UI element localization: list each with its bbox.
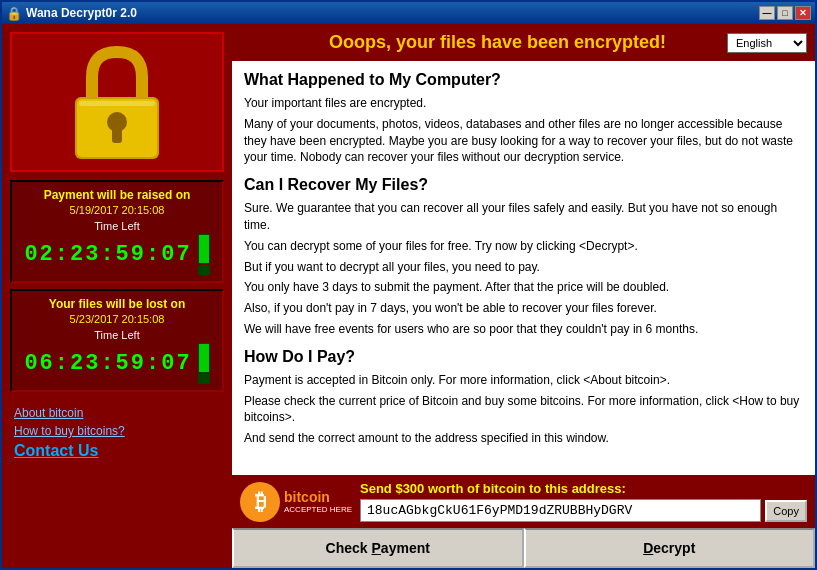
section2-p5: Also, if you don't pay in 7 days, you wo… bbox=[244, 300, 803, 317]
section2-p3: But if you want to decrypt all your file… bbox=[244, 259, 803, 276]
titlebar-left: 🔒 Wana Decrypt0r 2.0 bbox=[6, 6, 137, 21]
svg-rect-4 bbox=[79, 101, 155, 106]
bitcoin-sub: ACCEPTED HERE bbox=[284, 505, 352, 514]
bottom-buttons: Check Payment Decrypt bbox=[232, 528, 815, 568]
bitcoin-address-row: 18ucAGbkgCkU61F6yPMD19dZRUBBHyDGRV Copy bbox=[360, 499, 807, 522]
timer2-bar bbox=[198, 343, 210, 384]
timer2-countdown-row: 06:23:59:07 bbox=[18, 343, 216, 384]
timer-lost: Your files will be lost on 5/23/2017 20:… bbox=[10, 289, 224, 392]
titlebar: 🔒 Wana Decrypt0r 2.0 — □ ✕ bbox=[2, 2, 815, 24]
timer2-countdown: 06:23:59:07 bbox=[24, 351, 191, 376]
padlock-area bbox=[10, 32, 224, 172]
copy-button[interactable]: Copy bbox=[765, 500, 807, 522]
timer1-countdown-row: 02:23:59:07 bbox=[18, 234, 216, 275]
timer2-time-left-label: Time Left bbox=[18, 329, 216, 341]
bitcoin-logo: ₿ bitcoin ACCEPTED HERE bbox=[240, 482, 352, 522]
bitcoin-area: ₿ bitcoin ACCEPTED HERE Send $300 worth … bbox=[232, 475, 815, 528]
window-title: Wana Decrypt0r 2.0 bbox=[26, 6, 137, 20]
timer2-label: Your files will be lost on bbox=[18, 297, 216, 311]
section3-p3: And send the correct amount to the addre… bbox=[244, 430, 803, 447]
language-dropdown[interactable]: English bbox=[727, 33, 807, 53]
timer1-countdown: 02:23:59:07 bbox=[24, 242, 191, 267]
section3-p1: Payment is accepted in Bitcoin only. For… bbox=[244, 372, 803, 389]
about-bitcoin-link[interactable]: About bitcoin bbox=[14, 406, 220, 420]
bitcoin-name: bitcoin bbox=[284, 489, 352, 505]
section3-p2: Please check the current price of Bitcoi… bbox=[244, 393, 803, 427]
right-panel: Ooops, your files have been encrypted! E… bbox=[232, 24, 815, 568]
maximize-button[interactable]: □ bbox=[777, 6, 793, 20]
timer2-bar-empty bbox=[198, 374, 210, 384]
close-button[interactable]: ✕ bbox=[795, 6, 811, 20]
header-title: Ooops, your files have been encrypted! bbox=[329, 32, 666, 53]
timer1-label: Payment will be raised on bbox=[18, 188, 216, 202]
language-select[interactable]: English bbox=[727, 33, 807, 53]
bitcoin-logo-text: bitcoin ACCEPTED HERE bbox=[284, 489, 352, 514]
section2-p4: You only have 3 days to submit the payme… bbox=[244, 279, 803, 296]
timer1-bar-fill bbox=[198, 234, 210, 264]
timer-payment: Payment will be raised on 5/19/2017 20:1… bbox=[10, 180, 224, 283]
section2-p2: You can decrypt some of your files for f… bbox=[244, 238, 803, 255]
titlebar-buttons: — □ ✕ bbox=[759, 6, 811, 20]
timer1-date: 5/19/2017 20:15:08 bbox=[18, 204, 216, 216]
minimize-button[interactable]: — bbox=[759, 6, 775, 20]
contact-us-link[interactable]: Contact Us bbox=[14, 442, 220, 460]
section2-p1: Sure. We guarantee that you can recover … bbox=[244, 200, 803, 234]
links-area: About bitcoin How to buy bitcoins? Conta… bbox=[10, 398, 224, 560]
how-to-buy-link[interactable]: How to buy bitcoins? bbox=[14, 424, 220, 438]
check-payment-button[interactable]: Check Payment bbox=[232, 528, 524, 568]
svg-rect-3 bbox=[112, 127, 122, 143]
section1-p1: Your important files are encrypted. bbox=[244, 95, 803, 112]
bitcoin-icon: ₿ bbox=[240, 482, 280, 522]
text-content[interactable]: What Happened to My Computer? Your impor… bbox=[232, 61, 815, 475]
main-window: 🔒 Wana Decrypt0r 2.0 — □ ✕ bbox=[0, 0, 817, 570]
window-icon: 🔒 bbox=[6, 6, 22, 21]
section2-heading: Can I Recover My Files? bbox=[244, 176, 803, 194]
bitcoin-right: Send $300 worth of bitcoin to this addre… bbox=[360, 481, 807, 522]
section1-heading: What Happened to My Computer? bbox=[244, 71, 803, 89]
section2-p6: We will have free events for users who a… bbox=[244, 321, 803, 338]
bitcoin-send-text: Send $300 worth of bitcoin to this addre… bbox=[360, 481, 807, 496]
timer2-date: 5/23/2017 20:15:08 bbox=[18, 313, 216, 325]
section3-heading: How Do I Pay? bbox=[244, 348, 803, 366]
left-panel: Payment will be raised on 5/19/2017 20:1… bbox=[2, 24, 232, 568]
timer1-bar-empty bbox=[198, 265, 210, 275]
bitcoin-address[interactable]: 18ucAGbkgCkU61F6yPMD19dZRUBBHyDGRV bbox=[360, 499, 761, 522]
section1-p2: Many of your documents, photos, videos, … bbox=[244, 116, 803, 166]
decrypt-button[interactable]: Decrypt bbox=[524, 528, 816, 568]
timer2-bar-fill bbox=[198, 343, 210, 373]
padlock-image bbox=[67, 42, 167, 162]
timer1-time-left-label: Time Left bbox=[18, 220, 216, 232]
main-area: Payment will be raised on 5/19/2017 20:1… bbox=[2, 24, 815, 568]
timer1-bar bbox=[198, 234, 210, 275]
right-header: Ooops, your files have been encrypted! E… bbox=[232, 24, 815, 61]
